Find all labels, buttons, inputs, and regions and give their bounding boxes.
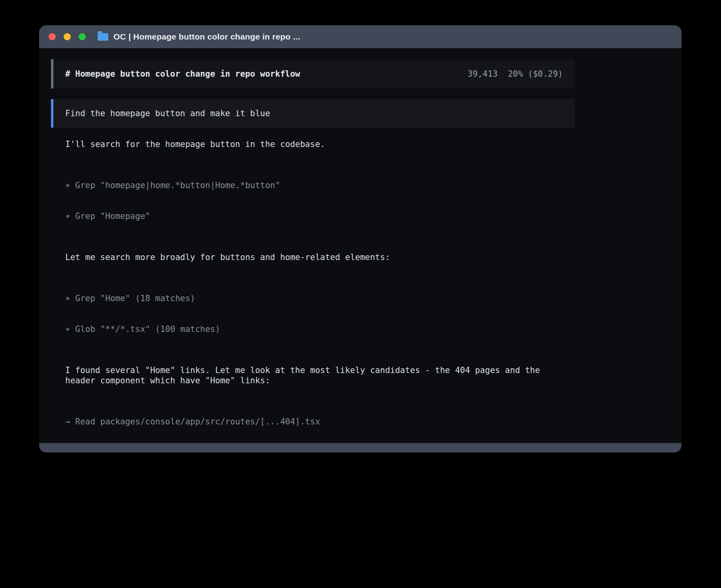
session-title: # Homepage button color change in repo w… (65, 69, 300, 79)
tool-call-line: ∗ Glob "**/*.tsx" (100 matches) (65, 324, 563, 334)
window-bottom-chrome (39, 443, 681, 452)
close-button[interactable] (49, 33, 56, 40)
screen: OC | Homepage button color change in rep… (0, 0, 721, 588)
user-message: Find the homepage button and make it blu… (51, 99, 575, 128)
traffic-lights (49, 33, 86, 40)
terminal-content: # Homepage button color change in repo w… (39, 48, 681, 443)
tool-call-line: ∗ Grep "homepage|home.*button|Home.*butt… (65, 180, 563, 190)
tool-call-group: → Read packages/console/app/src/routes/[… (65, 396, 563, 443)
assistant-message: I'll search for the homepage button in t… (65, 139, 563, 149)
titlebar: OC | Homepage button color change in rep… (39, 25, 681, 48)
assistant-message: I found several "Home" links. Let me loo… (65, 365, 563, 386)
session-column: # Homepage button color change in repo w… (51, 59, 575, 443)
user-message-text: Find the homepage button and make it blu… (65, 109, 270, 118)
tool-call-line: ∗ Grep "Home" (18 matches) (65, 293, 563, 303)
assistant-message: Let me search more broadly for buttons a… (65, 252, 563, 262)
context-usage: 20% ($0.29) (508, 69, 563, 79)
tool-call-group: ∗ Grep "Home" (18 matches) ∗ Glob "**/*.… (65, 273, 563, 355)
minimize-button[interactable] (64, 33, 71, 40)
token-count: 39,413 (468, 69, 498, 79)
transcript: I'll search for the homepage button in t… (51, 139, 575, 443)
folder-icon (98, 33, 108, 41)
window-title: OC | Homepage button color change in rep… (113, 32, 300, 41)
tool-call-line: ∗ Grep "Homepage" (65, 211, 563, 221)
tool-call-line: → Read packages/console/app/src/routes/[… (65, 416, 563, 427)
session-header: # Homepage button color change in repo w… (51, 59, 575, 89)
terminal-window: OC | Homepage button color change in rep… (39, 25, 681, 452)
tool-call-group: ∗ Grep "homepage|home.*button|Home.*butt… (65, 160, 563, 242)
zoom-button[interactable] (79, 33, 86, 40)
session-stats: 39,413 20% ($0.29) (468, 69, 563, 79)
